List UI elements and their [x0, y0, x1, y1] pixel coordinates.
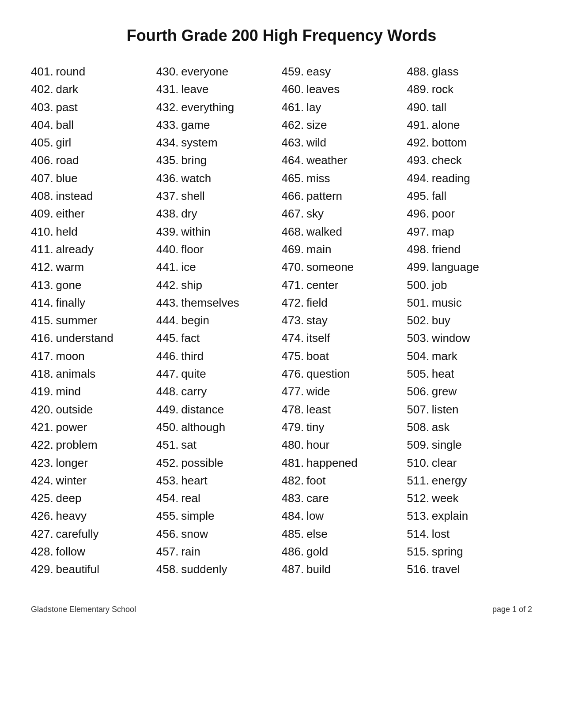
word-number: 459.: [282, 63, 304, 80]
list-item: 412.warm: [31, 258, 156, 276]
word-text: leaves: [306, 83, 340, 96]
word-number: 434.: [156, 134, 179, 151]
word-text: ask: [432, 420, 450, 434]
list-item: 428.follow: [31, 543, 156, 560]
word-text: blue: [56, 172, 78, 185]
word-number: 444.: [156, 311, 179, 329]
word-number: 405.: [31, 134, 53, 151]
word-text: music: [432, 296, 462, 309]
word-text: question: [306, 367, 350, 380]
word-number: 450.: [156, 418, 179, 436]
word-text: tall: [432, 101, 446, 114]
list-item: 488.glass: [407, 63, 532, 80]
column-1: 401.round402.dark403.past404.ball405.gir…: [31, 63, 156, 578]
list-item: 505.heat: [407, 365, 532, 383]
list-item: 489.rock: [407, 80, 532, 98]
word-number: 458.: [156, 560, 179, 578]
word-number: 490.: [407, 98, 429, 116]
page-number: page 1 of 2: [492, 605, 532, 614]
word-number: 436.: [156, 169, 179, 187]
list-item: 478.least: [282, 401, 407, 418]
word-text: held: [56, 225, 78, 238]
word-text: summer: [56, 314, 98, 327]
word-text: beautiful: [56, 563, 99, 576]
word-text: quite: [181, 367, 206, 380]
list-item: 453.heart: [156, 472, 282, 489]
word-number: 414.: [31, 294, 53, 311]
list-item: 450.although: [156, 418, 282, 436]
list-item: 431.leave: [156, 80, 282, 98]
word-number: 472.: [282, 294, 304, 311]
word-text: listen: [432, 403, 459, 416]
list-item: 439.within: [156, 223, 282, 240]
word-number: 470.: [282, 258, 304, 276]
word-text: power: [56, 420, 87, 434]
word-text: pattern: [306, 189, 342, 203]
word-number: 438.: [156, 205, 179, 222]
word-text: field: [306, 296, 328, 309]
word-text: heavy: [56, 509, 87, 522]
word-number: 489.: [407, 80, 429, 98]
list-item: 479.tiny: [282, 418, 407, 436]
word-number: 421.: [31, 418, 53, 436]
list-item: 416.understand: [31, 329, 156, 347]
word-number: 445.: [156, 329, 179, 347]
word-text: distance: [181, 403, 224, 416]
word-text: lay: [306, 101, 321, 114]
list-item: 485.else: [282, 525, 407, 543]
word-text: finally: [56, 296, 85, 309]
word-number: 461.: [282, 98, 304, 116]
word-number: 516.: [407, 560, 429, 578]
list-item: 498.friend: [407, 240, 532, 258]
word-number: 494.: [407, 169, 429, 187]
word-number: 449.: [156, 401, 179, 418]
word-text: rock: [432, 83, 453, 96]
word-number: 476.: [282, 365, 304, 383]
list-item: 491.alone: [407, 116, 532, 134]
list-item: 484.low: [282, 507, 407, 525]
word-text: stay: [306, 314, 328, 327]
word-text: build: [306, 563, 331, 576]
word-number: 478.: [282, 401, 304, 418]
word-text: third: [181, 349, 204, 363]
word-text: map: [432, 225, 454, 238]
word-text: floor: [181, 243, 204, 256]
word-number: 484.: [282, 507, 304, 525]
word-text: problem: [56, 438, 98, 451]
word-text: lost: [432, 527, 450, 540]
word-number: 501.: [407, 294, 429, 311]
word-number: 427.: [31, 525, 53, 543]
word-number: 486.: [282, 543, 304, 560]
word-text: dark: [56, 83, 79, 96]
word-text: instead: [56, 189, 93, 203]
word-number: 487.: [282, 560, 304, 578]
list-item: 502.buy: [407, 311, 532, 329]
word-number: 464.: [282, 151, 304, 169]
word-number: 428.: [31, 543, 53, 560]
word-number: 410.: [31, 223, 53, 240]
word-text: real: [181, 492, 200, 505]
word-number: 509.: [407, 436, 429, 454]
word-number: 448.: [156, 383, 179, 400]
word-text: job: [432, 278, 447, 292]
list-item: 452.possible: [156, 454, 282, 472]
word-number: 497.: [407, 223, 429, 240]
word-text: glass: [432, 65, 459, 78]
word-number: 432.: [156, 98, 179, 116]
list-item: 472.field: [282, 294, 407, 311]
list-item: 415.summer: [31, 311, 156, 329]
word-number: 473.: [282, 311, 304, 329]
word-number: 469.: [282, 240, 304, 258]
word-text: energy: [432, 474, 467, 487]
list-item: 469.main: [282, 240, 407, 258]
word-number: 485.: [282, 525, 304, 543]
list-item: 496.poor: [407, 205, 532, 222]
list-item: 509.single: [407, 436, 532, 454]
list-item: 445.fact: [156, 329, 282, 347]
list-item: 455.simple: [156, 507, 282, 525]
list-item: 481.happened: [282, 454, 407, 472]
word-number: 491.: [407, 116, 429, 134]
word-text: leave: [181, 83, 208, 96]
word-text: boat: [306, 349, 329, 363]
word-number: 506.: [407, 383, 429, 400]
